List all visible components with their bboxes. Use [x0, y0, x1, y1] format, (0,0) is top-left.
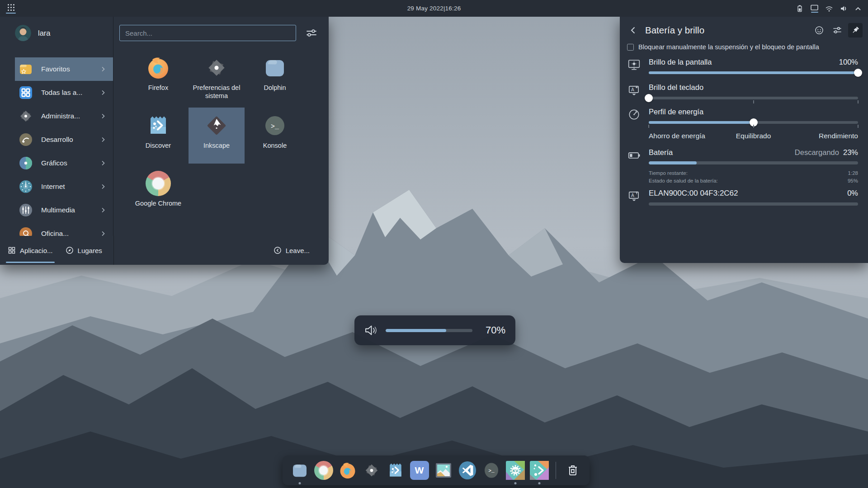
dock-item-google-chrome[interactable]: [314, 461, 333, 480]
battery-health-label: Estado de salud de la batería:: [649, 178, 718, 183]
vscode-icon: [458, 461, 477, 480]
user-row[interactable]: lara: [0, 17, 113, 49]
sidebar-item-administracion[interactable]: Administra...: [15, 104, 113, 128]
app-item-discover[interactable]: Discover: [130, 108, 186, 164]
status-face-button[interactable]: [812, 23, 826, 38]
battery-tray-icon[interactable]: [796, 5, 804, 13]
display-tray-icon[interactable]: [810, 4, 819, 13]
search-filter-icon[interactable]: [306, 28, 317, 38]
konsole-icon: >_: [482, 461, 501, 480]
battery-label: Batería: [649, 148, 673, 157]
trash-icon: [565, 463, 580, 478]
app-item-inkscape[interactable]: Inkscape: [189, 108, 245, 164]
keyboard-brightness-row: A Brillo del teclado: [620, 83, 868, 102]
internet-icon: [18, 179, 33, 194]
leave-button[interactable]: Leave...: [274, 246, 310, 254]
configure-button[interactable]: [830, 23, 844, 38]
firefox-icon: [146, 55, 171, 80]
pin-button[interactable]: [848, 23, 863, 38]
screen-brightness-slider[interactable]: [649, 69, 858, 77]
all-apps-icon: [18, 85, 33, 100]
chevron-right-icon: [100, 160, 106, 166]
dock-item-firefox[interactable]: [338, 461, 357, 480]
app-item-dolphin[interactable]: Dolphin: [247, 50, 303, 106]
running-indicator: [538, 482, 540, 484]
dock-item-kvantum[interactable]: KV: [505, 461, 525, 480]
dock-item-app-colorful[interactable]: [529, 461, 549, 480]
dock-item-dolphin[interactable]: [290, 461, 309, 480]
running-indicator: [514, 482, 516, 484]
battery-percent: 23%: [843, 148, 858, 156]
dock-item-w-app[interactable]: W: [410, 461, 429, 480]
svg-text:A: A: [631, 87, 634, 92]
sidebar-item-todas-las-aplicaciones[interactable]: Todas las a...: [15, 81, 113, 104]
slider-handle[interactable]: [854, 69, 862, 77]
digital-clock[interactable]: 29 May 2022|16:26: [407, 5, 461, 12]
device-slider[interactable]: [649, 202, 858, 206]
discover-icon: [146, 113, 171, 138]
sidebar-item-desarrollo[interactable]: Desarrollo: [15, 128, 113, 151]
tab-applications[interactable]: Aplicacio...: [8, 236, 53, 265]
keyboard-brightness-label: Brillo del teclado: [649, 83, 703, 92]
volume-osd-value: 70%: [480, 324, 505, 336]
slider-ticks: [649, 100, 858, 104]
graphics-icon: [18, 155, 33, 171]
dock-item-discover[interactable]: [386, 461, 405, 480]
dock-item-konsole[interactable]: >_: [481, 461, 501, 480]
back-button[interactable]: [627, 24, 640, 37]
app-item-google-chrome[interactable]: Google Chrome: [130, 165, 186, 221]
dock-item-vscode[interactable]: [458, 461, 477, 480]
app-item-konsole[interactable]: >_ Konsole: [247, 108, 303, 164]
volume-tray-icon[interactable]: [840, 5, 848, 13]
battery-status: Descargando: [795, 148, 839, 156]
volume-osd-bar: [386, 329, 472, 332]
slider-handle[interactable]: [645, 94, 653, 102]
chevron-right-icon: [100, 207, 106, 213]
chevron-right-icon: [100, 89, 106, 96]
profile-option-performance[interactable]: Rendimiento: [819, 132, 858, 140]
application-launcher-button[interactable]: [0, 0, 22, 17]
chevron-right-icon: [100, 136, 106, 143]
device-name: ELAN900C:00 04F3:2C62: [649, 189, 738, 198]
manual-block-checkbox[interactable]: [627, 44, 634, 51]
tab-label: Lugares: [78, 247, 102, 254]
sidebar-item-label: Administra...: [41, 112, 80, 120]
google-chrome-icon: [146, 171, 171, 196]
dock-item-image-viewer[interactable]: [434, 461, 453, 480]
svg-text:A: A: [631, 193, 634, 198]
discover-icon: [386, 461, 405, 480]
sidebar-item-favoritos[interactable]: Favoritos: [15, 57, 113, 81]
profile-option-powersave[interactable]: Ahorro de energía: [649, 132, 705, 140]
wifi-tray-icon[interactable]: [825, 5, 833, 13]
search-input[interactable]: [119, 25, 296, 41]
dock-item-trash[interactable]: [563, 461, 582, 480]
screen-brightness-value: 100%: [839, 58, 858, 66]
app-item-preferencias-del-sistema[interactable]: Preferencias del sistema: [189, 50, 245, 106]
tab-places[interactable]: Lugares: [66, 236, 102, 265]
app-item-firefox[interactable]: Firefox: [130, 50, 186, 106]
power-profile-slider[interactable]: [649, 118, 858, 127]
profile-option-balanced[interactable]: Equilibrado: [736, 132, 771, 140]
development-icon: [18, 132, 33, 147]
sidebar-item-oficina[interactable]: Oficina...: [15, 222, 113, 236]
app-label: Inkscape: [203, 141, 230, 150]
expand-tray-chevron-up-icon[interactable]: [854, 5, 862, 12]
battery-icon: [626, 148, 642, 183]
panel-header: Batería y brillo: [620, 17, 868, 38]
sidebar-item-graficos[interactable]: Gráficos: [15, 151, 113, 175]
keyboard-brightness-slider[interactable]: [649, 94, 858, 102]
dock-separator: [556, 462, 556, 479]
sidebar-item-internet[interactable]: Internet: [15, 175, 113, 198]
screen-brightness-row: Brillo de la pantalla 100%: [620, 58, 868, 77]
system-settings-icon: [204, 55, 229, 80]
kvantum-icon: KV: [506, 461, 525, 480]
apps-grid-icon: [8, 246, 16, 254]
slider-handle[interactable]: [750, 118, 758, 127]
firefox-icon: [338, 461, 357, 480]
sidebar-item-label: Internet: [41, 183, 65, 191]
multimedia-icon: [18, 202, 33, 218]
dock-item-system-settings[interactable]: [362, 461, 381, 480]
sidebar-item-label: Oficina...: [41, 230, 69, 236]
svg-text:>_: >_: [488, 468, 495, 474]
sidebar-item-multimedia[interactable]: Multimedia: [15, 198, 113, 222]
